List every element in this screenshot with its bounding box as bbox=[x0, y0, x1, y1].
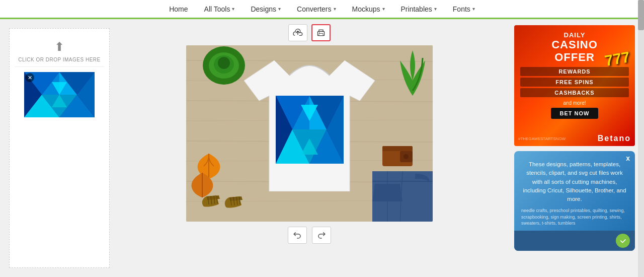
redo-icon bbox=[317, 231, 326, 240]
info-card-text: These designs, patterns, templates, sten… bbox=[521, 160, 628, 203]
print-icon bbox=[316, 28, 326, 37]
scrollbar[interactable] bbox=[638, 0, 644, 277]
plant-right bbox=[397, 45, 428, 96]
redo-button[interactable] bbox=[312, 227, 331, 244]
nav-converters-chevron: ▾ bbox=[334, 6, 336, 12]
info-card-green-dot bbox=[616, 234, 630, 248]
nav-mockups-label: Mockups bbox=[352, 5, 380, 13]
nav-home[interactable]: Home bbox=[168, 3, 189, 15]
right-side: DAILY CASINO OFFER REWARDS FREE SPINS CA… bbox=[509, 19, 635, 277]
nav-fonts[interactable]: Fonts ▾ bbox=[452, 3, 476, 15]
nav-all-tools-chevron: ▾ bbox=[232, 6, 234, 12]
nav-printables-label: Printables bbox=[401, 5, 432, 13]
nav-printables-chevron: ▾ bbox=[434, 6, 437, 12]
nav-all-tools-label: All Tools bbox=[204, 5, 230, 13]
print-button[interactable] bbox=[311, 24, 331, 41]
ad-banner: DAILY CASINO OFFER REWARDS FREE SPINS CA… bbox=[514, 25, 635, 146]
wallet bbox=[382, 144, 415, 169]
undo-button[interactable] bbox=[288, 227, 307, 244]
left-panel: ⬆ CLICK OR DROP IMAGES HERE ✕ bbox=[9, 28, 110, 268]
canvas-background bbox=[186, 45, 433, 222]
upload-label: CLICK OR DROP IMAGES HERE bbox=[18, 57, 100, 62]
scrollbar-thumb[interactable] bbox=[638, 0, 644, 30]
design-on-shirt[interactable] bbox=[276, 96, 344, 164]
nav-designs-label: Designs bbox=[251, 5, 276, 13]
upload-area[interactable]: ⬆ CLICK OR DROP IMAGES HERE bbox=[15, 34, 104, 67]
svg-point-27 bbox=[218, 57, 230, 69]
svg-rect-49 bbox=[382, 146, 413, 151]
canvas-toolbar bbox=[288, 24, 331, 41]
jeans bbox=[372, 171, 433, 222]
nav-printables[interactable]: Printables ▾ bbox=[400, 3, 438, 15]
ad-slots-icon: 777 bbox=[603, 48, 631, 70]
svg-point-51 bbox=[404, 154, 409, 159]
nav-home-label: Home bbox=[169, 5, 188, 13]
nav-fonts-label: Fonts bbox=[453, 5, 470, 13]
checkmark-icon bbox=[619, 237, 626, 244]
nav-converters-label: Converters bbox=[297, 5, 331, 13]
ad-freespins-row: FREE SPINS bbox=[520, 78, 629, 87]
nav-mockups-chevron: ▾ bbox=[382, 6, 385, 12]
info-card-tags: needle crafts, preschool printables, qui… bbox=[521, 207, 628, 227]
ad-casino-label: CASINO bbox=[551, 39, 598, 51]
ad-daily-label: DAILY bbox=[564, 31, 586, 39]
nav-designs-chevron: ▾ bbox=[278, 6, 281, 12]
thumbnail-image bbox=[24, 72, 95, 117]
nav-all-tools[interactable]: All Tools ▾ bbox=[203, 3, 236, 15]
ad-bet-now-button[interactable]: BET NOW bbox=[551, 108, 599, 119]
nav-mockups[interactable]: Mockups ▾ bbox=[351, 3, 386, 15]
cloud-upload-button[interactable] bbox=[288, 24, 307, 41]
svg-point-14 bbox=[319, 32, 320, 33]
betano-logo: Betano bbox=[598, 134, 631, 143]
center-canvas bbox=[110, 19, 509, 277]
ad-offer-label: OFFER bbox=[554, 51, 595, 64]
top-nav: Home All Tools ▾ Designs ▾ Converters ▾ … bbox=[0, 0, 644, 19]
thumbnail-close[interactable]: ✕ bbox=[25, 73, 34, 82]
ad-more-label: and more! bbox=[563, 100, 586, 106]
cloud-upload-icon bbox=[293, 28, 303, 37]
main-layout: ⬆ CLICK OR DROP IMAGES HERE ✕ bbox=[0, 19, 644, 277]
upload-icon: ⬆ bbox=[54, 40, 64, 54]
nav-fonts-chevron: ▾ bbox=[472, 6, 475, 12]
ad-rows: REWARDS FREE SPINS CASHBACKS bbox=[520, 67, 629, 97]
undo-icon bbox=[293, 231, 302, 240]
info-card-close-button[interactable]: x bbox=[626, 154, 630, 162]
shoes bbox=[199, 186, 249, 219]
canvas-bottom-controls bbox=[288, 227, 331, 244]
thumbnail-wrapper[interactable]: ✕ bbox=[24, 72, 95, 117]
canvas-area[interactable] bbox=[186, 45, 433, 222]
ad-footer: #THEGAMESTARTSNOW Betano bbox=[514, 134, 635, 143]
svg-rect-13 bbox=[319, 34, 323, 36]
ad-cashbacks-row: CASHBACKS bbox=[520, 88, 629, 97]
nav-designs[interactable]: Designs ▾ bbox=[250, 3, 282, 15]
ad-tagline: #THEGAMESTARTSNOW bbox=[518, 136, 566, 141]
info-card: x These designs, patterns, templates, st… bbox=[514, 151, 635, 251]
nav-converters[interactable]: Converters ▾ bbox=[296, 3, 337, 15]
info-card-bottom-bar bbox=[514, 231, 635, 251]
